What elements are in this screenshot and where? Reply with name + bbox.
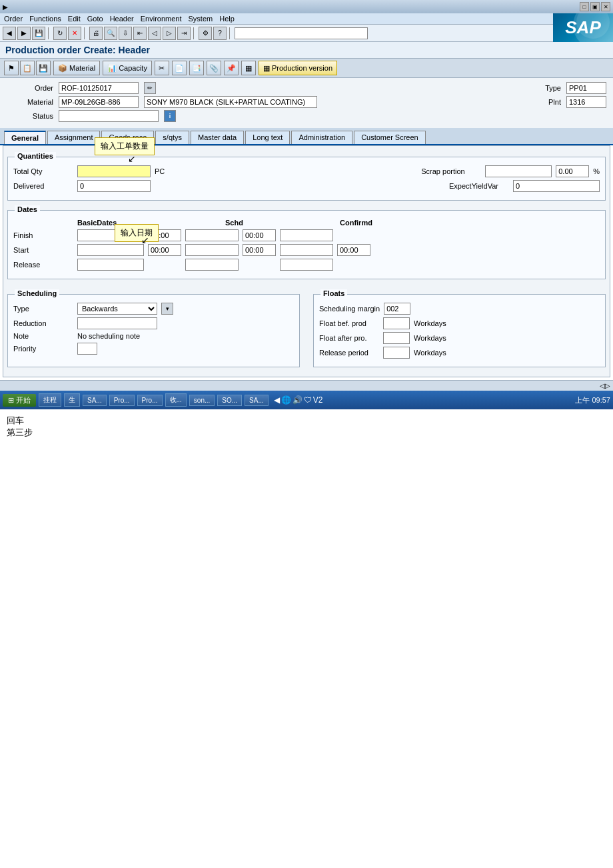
menu-header[interactable]: Header (110, 15, 134, 23)
command-input[interactable] (235, 27, 368, 39)
material-desc-input[interactable] (144, 96, 317, 108)
release-basic-date-input[interactable] (77, 259, 144, 271)
toolbar-icon-8[interactable]: 📌 (224, 61, 239, 75)
back-button[interactable]: ◀ (3, 27, 16, 40)
taskbar-item-8[interactable]: SA... (245, 395, 269, 406)
release-period-input[interactable] (383, 347, 410, 359)
tab-long-text[interactable]: Long text (245, 131, 290, 144)
toolbar-icon-7[interactable]: 📎 (207, 61, 221, 75)
type-input[interactable] (566, 82, 606, 94)
settings-button[interactable]: ⚙ (199, 27, 212, 40)
float-bef-input[interactable] (383, 317, 410, 329)
taskbar-item-3[interactable]: Pro... (109, 395, 135, 406)
float-after-input[interactable] (383, 332, 410, 344)
scroll-right[interactable]: ◁▷ (600, 382, 610, 389)
taskbar-item-7[interactable]: SO... (217, 395, 242, 406)
print-button[interactable]: 🖨 (89, 27, 103, 40)
reduction-label: Reduction (13, 319, 73, 327)
capacity-icon: 📊 (107, 64, 117, 73)
release-sched-date-input[interactable] (185, 259, 239, 271)
status-info-button[interactable]: i (164, 110, 176, 122)
expect-yield-input[interactable] (513, 180, 600, 192)
finish-sched-date-input[interactable] (185, 229, 239, 241)
start-sched-date-input[interactable] (185, 244, 239, 256)
scrap-pct-input[interactable] (556, 165, 589, 177)
prev-button[interactable]: ◁ (148, 27, 161, 40)
toolbar-icon-3[interactable]: 💾 (36, 61, 51, 75)
toolbar-icon-5[interactable]: 📄 (172, 61, 187, 75)
sched-type-dropdown-btn[interactable]: ▾ (161, 303, 173, 315)
start-basic-date-input[interactable] (77, 244, 144, 256)
tab-assignment[interactable]: Assignment (47, 131, 100, 144)
toolbar-icon-4[interactable]: ✂ (155, 61, 169, 75)
delivered-input[interactable] (77, 180, 151, 192)
separator-1 (48, 27, 51, 39)
finish-confirmed-input[interactable] (280, 229, 333, 241)
finish-sched-time-input[interactable] (243, 229, 276, 241)
taskbar-item-4[interactable]: Pro... (137, 395, 163, 406)
order-edit-button[interactable]: ✏ (144, 82, 156, 94)
production-version-button[interactable]: ▦ Production version (259, 61, 337, 75)
start-label: Start (13, 246, 73, 254)
reduction-input[interactable] (77, 317, 157, 329)
release-confirmed-date-input[interactable] (280, 259, 333, 271)
refresh-button[interactable]: ↻ (53, 27, 67, 40)
save-button[interactable]: 💾 (32, 27, 45, 40)
taskbar-item-6[interactable]: son... (189, 395, 215, 406)
tab-general[interactable]: General (4, 131, 46, 144)
menu-help[interactable]: Help (219, 15, 235, 23)
menu-order[interactable]: Order (4, 15, 23, 23)
start-button[interactable]: ⊞ 开始 (3, 394, 36, 407)
plnt-input[interactable] (566, 96, 606, 108)
find-next-button[interactable]: ⇩ (119, 27, 132, 40)
material-label: Material (69, 64, 95, 72)
delivered-label: Delivered (13, 182, 73, 190)
capacity-button[interactable]: 📊 Capacity (103, 61, 152, 75)
sched-type-select[interactable]: Backwards Forwards (77, 303, 157, 315)
maximize-button[interactable]: ▣ (590, 2, 600, 11)
start-basic-time-input[interactable] (148, 244, 181, 256)
tab-sqtys[interactable]: s/qtys (155, 131, 189, 144)
first-button[interactable]: ⇤ (133, 27, 147, 40)
status-input[interactable] (59, 110, 159, 122)
material-button[interactable]: 📦 Material (53, 61, 100, 75)
toolbar-icon-2[interactable]: 📋 (20, 61, 35, 75)
start-sched-time-input[interactable] (243, 244, 276, 256)
priority-input[interactable] (77, 343, 97, 355)
taskbar-item-2[interactable]: SA... (83, 395, 107, 406)
start-confirmed-time-input[interactable] (337, 244, 370, 256)
menu-system[interactable]: System (189, 15, 213, 23)
tab-master-data[interactable]: Master data (191, 131, 244, 144)
menu-edit[interactable]: Edit (68, 15, 81, 23)
taskbar-item-0[interactable]: 挂程 (39, 393, 61, 407)
toolbar-icon-6[interactable]: 📑 (189, 61, 204, 75)
separator-4 (229, 27, 232, 39)
forward-button[interactable]: ▶ (17, 27, 31, 40)
page-title: Production order Create: Header (5, 45, 608, 55)
sched-margin-input[interactable] (384, 303, 410, 315)
toolbar-icon-9[interactable]: ▦ (241, 61, 256, 75)
help-button[interactable]: ? (213, 27, 227, 40)
last-button[interactable]: ⇥ (177, 27, 191, 40)
tab-customer-screen[interactable]: Customer Screen (354, 131, 426, 144)
toolbar-icon-1[interactable]: ⚑ (4, 61, 19, 75)
total-qty-input[interactable] (77, 165, 151, 177)
start-confirmed-date-input[interactable] (280, 244, 333, 256)
taskbar-item-1[interactable]: 生 (64, 393, 80, 407)
minimize-button[interactable]: □ (580, 2, 589, 11)
material-input[interactable] (59, 96, 139, 108)
menu-goto[interactable]: Goto (87, 15, 103, 23)
stop-button[interactable]: ✕ (68, 27, 81, 40)
release-label: Release (13, 261, 73, 269)
qty-unit: PC (155, 167, 165, 175)
taskbar-item-5[interactable]: 收... (165, 393, 187, 407)
scrap-input[interactable] (485, 165, 552, 177)
close-button[interactable]: ✕ (601, 2, 610, 11)
menu-functions[interactable]: Functions (29, 15, 61, 23)
tab-administration[interactable]: Administration (291, 131, 352, 144)
order-input[interactable] (59, 82, 139, 94)
next-button[interactable]: ▷ (163, 27, 176, 40)
instruction-line-2: 第三步 (7, 427, 606, 439)
find-button[interactable]: 🔍 (104, 27, 117, 40)
menu-environment[interactable]: Environment (141, 15, 182, 23)
